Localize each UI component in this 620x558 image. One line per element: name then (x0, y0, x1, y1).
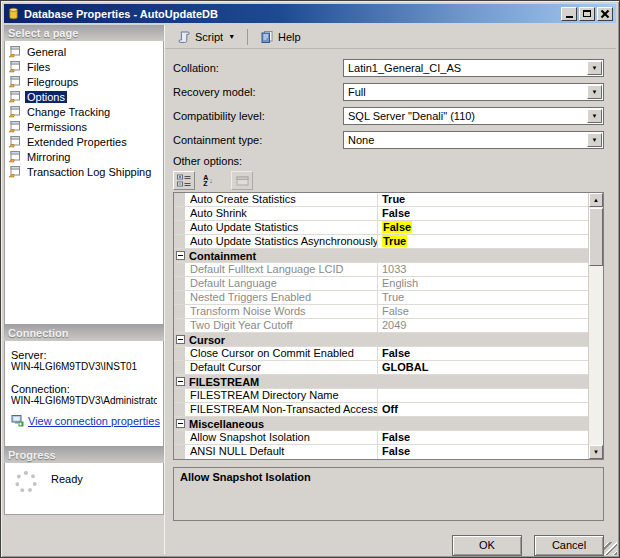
sort-letter-z: Z (203, 181, 208, 187)
property-row-auto-update-statistics-asynchronously[interactable]: Auto Update Statistics Asynchronously Tr… (174, 235, 588, 249)
property-name: Auto Shrink (185, 207, 378, 220)
collation-label: Collation: (173, 62, 343, 74)
collapse-icon[interactable] (176, 335, 185, 344)
property-name: Allow Snapshot Isolation (185, 431, 378, 444)
sidebar-item-change-tracking[interactable]: Change Tracking (5, 104, 163, 119)
property-value[interactable]: False (378, 347, 588, 360)
sidebar-item-options[interactable]: Options (5, 89, 163, 104)
script-button[interactable]: Script ▼ (171, 27, 241, 47)
collapse-icon[interactable] (176, 377, 185, 386)
sidebar-item-mirroring[interactable]: Mirroring (5, 149, 163, 164)
sidebar-item-label: Permissions (25, 121, 89, 133)
title-bar[interactable]: Database Properties - AutoUpdateDB (4, 4, 616, 23)
maximize-icon (583, 10, 591, 17)
property-value-text: True (382, 193, 405, 205)
property-value-text: False (382, 207, 410, 219)
right-panel: Script ▼ Help Collation: (164, 25, 616, 554)
property-row-close-cursor-on-commit-enabled[interactable]: Close Cursor on Commit Enabled False (174, 347, 588, 361)
close-icon (601, 10, 609, 18)
property-name: Auto Update Statistics Asynchronously (185, 235, 378, 248)
chevron-down-icon[interactable]: ▼ (587, 133, 602, 147)
sidebar-item-label: Mirroring (25, 151, 72, 163)
collation-select[interactable]: Latin1_General_CI_AS ▼ (343, 59, 604, 77)
sidebar-item-filegroups[interactable]: Filegroups (5, 74, 163, 89)
row-indent (174, 207, 185, 220)
scroll-down-icon[interactable]: ▼ (589, 445, 603, 459)
scrollbar-thumb[interactable] (589, 208, 603, 266)
sidebar-item-general[interactable]: General (5, 44, 163, 59)
property-value[interactable]: False (378, 207, 588, 220)
row-indent (174, 235, 185, 248)
chevron-down-icon[interactable]: ▼ (587, 61, 602, 75)
server-value: WIN-4LGI6M9TDV3\INST01 (11, 361, 157, 372)
page-icon (8, 120, 21, 133)
property-row-auto-create-statistics[interactable]: Auto Create Statistics True (174, 193, 588, 207)
close-button[interactable] (597, 7, 613, 21)
compatibility-level-value: SQL Server "Denali" (110) (348, 110, 475, 122)
cancel-button[interactable]: Cancel (534, 535, 604, 556)
property-value[interactable]: Off (378, 403, 588, 416)
property-row-auto-update-statistics[interactable]: Auto Update Statistics False (174, 221, 588, 235)
category-row-containment[interactable]: Containment (174, 249, 588, 263)
scroll-up-icon[interactable]: ▲ (589, 193, 603, 207)
property-value-text: True (382, 291, 404, 303)
page-icon (8, 165, 21, 178)
property-value[interactable]: GLOBAL (378, 361, 588, 374)
page-icon (8, 105, 21, 118)
help-button[interactable]: Help (254, 27, 307, 47)
select-a-page-header: Select a page (4, 25, 164, 41)
property-row-ansi-null-default[interactable]: ANSI NULL Default False (174, 445, 588, 459)
recovery-model-select[interactable]: Full ▼ (343, 83, 604, 101)
compatibility-level-select[interactable]: SQL Server "Denali" (110) ▼ (343, 107, 604, 125)
sidebar-item-extended-properties[interactable]: Extended Properties (5, 134, 163, 149)
property-value[interactable]: False (378, 431, 588, 444)
sidebar-item-transaction-log-shipping[interactable]: Transaction Log Shipping (5, 164, 163, 179)
view-connection-properties-link[interactable]: View connection properties (28, 415, 160, 427)
row-indent (174, 403, 185, 416)
property-row-auto-shrink[interactable]: Auto Shrink False (174, 207, 588, 221)
categorized-view-button[interactable] (173, 171, 195, 190)
chevron-down-icon[interactable]: ▼ (587, 109, 602, 123)
maximize-button[interactable] (579, 7, 595, 21)
property-row-allow-snapshot-isolation[interactable]: Allow Snapshot Isolation False (174, 431, 588, 445)
chevron-down-icon[interactable]: ▼ (587, 85, 602, 99)
row-indent (174, 193, 185, 206)
category-row-cursor[interactable]: Cursor (174, 333, 588, 347)
ok-button[interactable]: OK (452, 535, 522, 556)
progress-spinner-icon (15, 471, 37, 493)
sidebar-item-label: Extended Properties (25, 136, 129, 148)
category-name: Cursor (189, 334, 225, 346)
row-indent (174, 445, 185, 459)
property-name: Default Language (185, 277, 378, 290)
property-value[interactable]: True (378, 235, 588, 248)
containment-type-select[interactable]: None ▼ (343, 131, 604, 149)
sidebar-item-label: Transaction Log Shipping (25, 166, 153, 178)
page-icon (8, 90, 21, 103)
property-value[interactable] (378, 389, 588, 402)
resize-grip[interactable] (604, 542, 617, 555)
property-value[interactable]: False (378, 445, 588, 459)
property-value[interactable]: True (378, 193, 588, 206)
grid-scrollbar[interactable]: ▲ ▼ (588, 193, 603, 459)
category-name: Miscellaneous (189, 418, 264, 430)
collapse-icon[interactable] (176, 251, 185, 260)
sidebar-item-permissions[interactable]: Permissions (5, 119, 163, 134)
server-label: Server: (11, 349, 157, 361)
property-row-filestream-directory-name[interactable]: FILESTREAM Directory Name (174, 389, 588, 403)
property-name: Close Cursor on Commit Enabled (185, 347, 378, 360)
property-name: FILESTREAM Non-Transacted Access (185, 403, 378, 416)
category-name: Containment (189, 250, 256, 262)
page-icon (8, 45, 21, 58)
property-row-default-cursor[interactable]: Default Cursor GLOBAL (174, 361, 588, 375)
sidebar-item-files[interactable]: Files (5, 59, 163, 74)
minimize-button[interactable] (561, 7, 577, 21)
property-value[interactable]: False (378, 221, 588, 234)
collation-value: Latin1_General_CI_AS (348, 62, 461, 74)
category-row-filestream[interactable]: FILESTREAM (174, 375, 588, 389)
category-row-miscellaneous[interactable]: Miscellaneous (174, 417, 588, 431)
row-indent (174, 291, 185, 304)
dialog-toolbar: Script ▼ Help (165, 25, 616, 49)
property-row-filestream-non-transacted-access[interactable]: FILESTREAM Non-Transacted Access Off (174, 403, 588, 417)
collapse-icon[interactable] (176, 419, 185, 428)
alphabetical-sort-button[interactable]: A Z ↓ (197, 171, 219, 190)
